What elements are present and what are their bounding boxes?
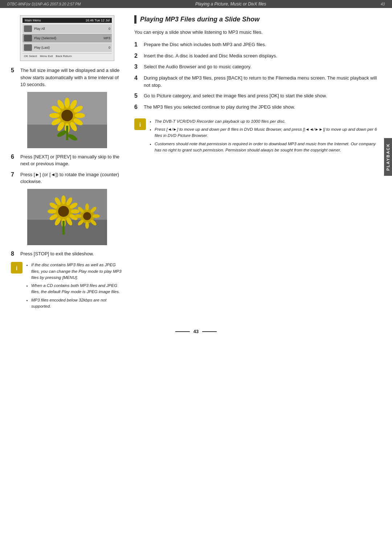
step-text-7: Press [►] (or [◄]) to rotate the image (… [20,171,123,185]
flower-svg-1 [27,92,107,148]
step-right-2: 2 Insert the disc. A disc is loaded and … [134,52,381,60]
flower-image-1 [27,92,107,148]
menu-val-1: 0 [109,27,110,31]
svg-point-37 [83,212,91,220]
flower-image-2 [27,189,107,245]
menu-title: Main Menu [25,19,41,22]
menu-footer-back: Back Return [56,54,72,58]
step-right-4: 4 During playback of the MP3 files, pres… [134,74,381,89]
playback-tab: PLAYBACK [384,138,392,176]
step-right-text-5: Go to Picture category, and select the i… [144,92,327,100]
page-num-text: 43 [193,329,199,334]
menu-label-2: Play (Selected) [34,36,101,40]
main-content: Main Menu 16:46 Tue 12 Jul Play All 0 Pl… [0,8,392,323]
step-left-6: 6 Press [NEXT] or [PREV] to manually ski… [11,153,123,167]
menu-item-1: Play All 0 [23,24,112,33]
menu-item-2: Play (Selected) MP3 [23,34,112,42]
note-right-bullet-3: Customers should note that permission is… [155,141,381,154]
left-column: Main Menu 16:46 Tue 12 Jul Play All 0 Pl… [11,15,123,316]
step-right-num-6: 6 [134,104,141,111]
menu-time: 16:46 Tue 12 Jul [85,19,110,22]
menu-label-3: Play (Last) [34,46,106,49]
svg-point-44 [74,214,82,218]
svg-rect-16 [66,126,68,140]
svg-point-13 [49,113,60,118]
menu-icon-3 [24,44,32,51]
note-right-bullet-1: The DVB-T VCR/DVD Recorder can playback … [155,118,381,125]
step-right-5: 5 Go to Picture category, and select the… [134,92,381,100]
flower-svg-2 [27,189,107,245]
menu-icon-2 [24,35,32,41]
header-bar: DTBC-MNF(or D)1NP-AG 2007.9.20 2:57 PM P… [0,0,392,8]
svg-point-4 [65,98,70,108]
step-num-5: 5 [11,67,17,74]
step-num-8: 8 [11,250,17,258]
menu-icon-1 [24,25,32,32]
svg-point-3 [61,110,73,121]
page-number: 43 [0,323,392,340]
intro-text: You can enjoy a slide show while listeni… [134,29,381,36]
svg-rect-35 [62,221,65,235]
step-right-text-6: The MP3 files you selected continue to p… [144,104,295,111]
menu-screenshot: Main Menu 16:46 Tue 12 Jul Play All 0 Pl… [20,15,114,61]
svg-text:i: i [139,122,141,128]
step-left-8: 8 Press [STOP] to exit the slideshow. [11,250,123,258]
note-icon-left: i [11,262,23,274]
svg-point-22 [58,206,69,217]
svg-point-7 [75,113,85,118]
note-icon-right: i [134,118,146,130]
menu-header: Main Menu 16:46 Tue 12 Jul [23,18,112,23]
step-right-num-1: 1 [134,41,141,49]
step-text-8: Press [STOP] to exit the slideshow. [20,250,94,258]
file-info: DTBC-MNF(or D)1NP-AG 2007.9.20 2:57 PM [7,2,81,6]
info-icon-right: i [135,119,145,129]
note-box-right: i The DVB-T VCR/DVD Recorder can playbac… [134,118,381,155]
note-right-bullet-2: Press [◄/►] to move up and down per 8 fi… [155,126,381,139]
right-column: Playing MP3 Files during a Slide Show Yo… [131,15,381,316]
menu-footer: OK Select Menu Exit Back Return [23,53,112,58]
step-right-num-4: 4 [134,74,141,82]
header-title: Playing a Picture, Music or DivX files [195,1,266,7]
menu-val-3: 0 [109,46,110,49]
note-content-left: If the disc contains MP3 files as well a… [26,262,123,311]
step-right-1: 1 Prepare the Disc which includes both M… [134,41,381,49]
step-right-6: 6 The MP3 files you selected continue to… [134,104,381,111]
note-content-right: The DVB-T VCR/DVD Recorder can playback … [150,118,381,155]
info-icon-left: i [12,263,22,273]
section-title: Playing MP3 Files during a Slide Show [134,15,381,24]
step-right-text-4: During playback of the MP3 files, press … [144,74,381,89]
step-right-3: 3 Select the Audio Browser and go to mus… [134,63,381,71]
note-left-bullet-3: MP3 files encoded below 32kbps are not s… [31,297,123,310]
svg-point-23 [61,195,66,204]
step-right-num-5: 5 [134,92,141,100]
step-text-5: The full size image will be displayed an… [20,67,123,88]
svg-point-42 [85,222,89,229]
menu-footer-menu: Menu Exit [40,54,53,58]
menu-val-2: MP3 [103,36,110,40]
step-left-7: 7 Press [►] (or [◄]) to rotate the image… [11,171,123,185]
header-page-num: 43 [381,2,385,6]
step-left-5: 5 The full size image will be displayed … [11,67,123,88]
menu-label-1: Play All [34,27,106,31]
svg-point-38 [85,203,89,211]
menu-footer-ok: OK Select [24,54,37,58]
step-right-num-2: 2 [134,52,141,60]
step-num-6: 6 [11,153,17,161]
svg-point-40 [93,214,100,218]
step-num-7: 7 [11,171,17,179]
step-text-6: Press [NEXT] or [PREV] to manually skip … [20,153,123,167]
note-left-bullet-2: When a CD contains both MP3 files and JP… [31,283,123,295]
note-left-bullet-1: If the disc contains MP3 files as well a… [31,262,123,281]
step-right-text-1: Prepare the Disc which includes both MP3… [144,41,266,48]
svg-text:i: i [16,265,17,271]
menu-item-3: Play (Last) 0 [23,43,112,52]
step-right-text-3: Select the Audio Browser and go to music… [144,63,252,70]
step-right-text-2: Insert the disc. A disc is loaded and Di… [144,52,277,60]
note-box-left: i If the disc contains MP3 files as well… [11,262,123,311]
step-right-num-3: 3 [134,63,141,71]
svg-point-26 [71,209,79,214]
svg-point-32 [48,209,56,214]
